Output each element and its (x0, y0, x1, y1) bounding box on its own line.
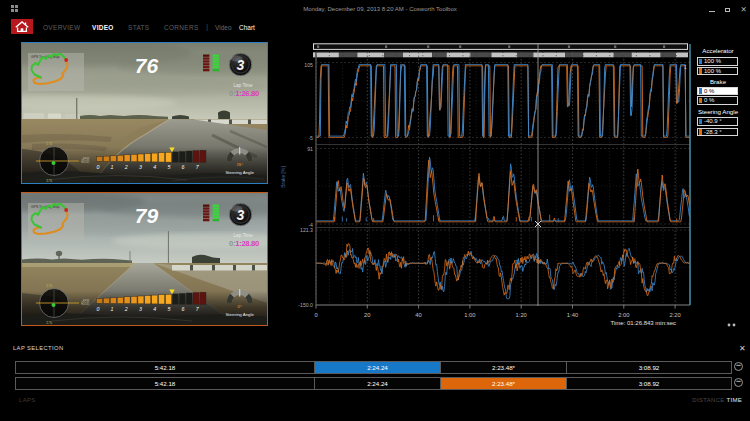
svg-text:5: 5 (167, 164, 170, 170)
svg-text:40: 40 (415, 312, 421, 318)
svg-text:-150.0: -150.0 (298, 302, 313, 308)
svg-text:5: 5 (167, 306, 170, 312)
svg-text:4: 4 (153, 164, 156, 170)
svg-text:3: 3 (139, 306, 142, 312)
svg-text:76: 76 (135, 54, 159, 77)
svg-text:2:00: 2:00 (618, 312, 629, 318)
svg-text:0°: 0° (238, 304, 242, 309)
svg-text:91: 91 (307, 146, 313, 152)
svg-text:0:1:28.80: 0:1:28.80 (229, 239, 259, 248)
svg-text:Brake [%]: Brake [%] (280, 166, 286, 188)
svg-text:1: 1 (111, 164, 114, 170)
svg-text:x1000: x1000 (80, 302, 89, 306)
svg-text:175: 175 (46, 179, 52, 183)
svg-text:-5: -5 (308, 135, 313, 141)
svg-text:1:40: 1:40 (567, 312, 578, 318)
svg-text:3: 3 (139, 164, 142, 170)
svg-text:2: 2 (124, 306, 128, 312)
svg-text:0: 0 (96, 164, 99, 170)
svg-text:0: 0 (314, 312, 317, 318)
svg-text:1:00: 1:00 (464, 312, 475, 318)
svg-text:121.3: 121.3 (300, 227, 313, 233)
svg-text:20: 20 (364, 312, 370, 318)
svg-text:15°: 15° (236, 162, 243, 167)
svg-text:175: 175 (46, 321, 52, 325)
svg-text:4: 4 (153, 306, 156, 312)
svg-text:Time: 01:26.843 min:sec: Time: 01:26.843 min:sec (611, 320, 676, 326)
svg-text:105: 105 (304, 62, 313, 68)
svg-text:6: 6 (182, 164, 185, 170)
svg-text:175: 175 (46, 284, 52, 288)
svg-text:1: 1 (111, 306, 114, 312)
svg-text:Lap Time: Lap Time (234, 233, 253, 238)
svg-text:Steering Angle: Steering Angle (225, 312, 254, 317)
svg-text:2: 2 (124, 164, 128, 170)
svg-text:6: 6 (182, 306, 185, 312)
svg-text:175: 175 (46, 142, 52, 146)
svg-text:3: 3 (237, 207, 245, 223)
svg-text:0: 0 (96, 306, 99, 312)
svg-text:1: 1 (684, 65, 687, 70)
svg-text:1:20: 1:20 (516, 312, 527, 318)
svg-text:Lap Time: Lap Time (234, 83, 253, 88)
svg-text:x1000: x1000 (80, 160, 89, 164)
svg-text:79: 79 (135, 204, 159, 227)
svg-text:Steering Angle: Steering Angle (225, 170, 254, 175)
svg-text:3: 3 (237, 57, 245, 73)
svg-text:0:1:26.80: 0:1:26.80 (229, 89, 259, 98)
svg-text:2:20: 2:20 (669, 312, 680, 318)
